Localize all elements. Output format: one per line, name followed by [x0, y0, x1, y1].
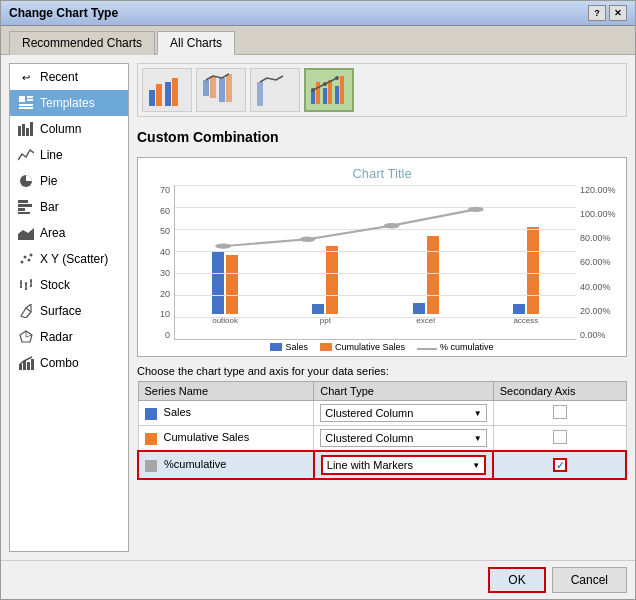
col-header-secondary-axis: Secondary Axis: [493, 382, 626, 401]
chart-type-dropdown-cumulative: Clustered Column ▼: [320, 429, 486, 447]
sidebar-item-pie[interactable]: Pie: [10, 168, 128, 194]
sidebar-item-column[interactable]: Column: [10, 116, 128, 142]
svg-rect-47: [340, 76, 344, 104]
cell-secondary-axis-sales: [493, 401, 626, 426]
sidebar-label-radar: Radar: [40, 330, 73, 344]
chart-area: 70 60 50 40 30 20 10 0: [146, 185, 618, 340]
series-table-section: Choose the chart type and axis for your …: [137, 365, 627, 552]
checkmark-pct: ✓: [556, 460, 564, 471]
sidebar-label-recent: Recent: [40, 70, 78, 84]
svg-rect-13: [18, 212, 30, 214]
chart-body: outlook ppt: [174, 185, 576, 340]
svg-rect-46: [335, 86, 339, 104]
tab-all-charts[interactable]: All Charts: [157, 31, 235, 55]
sidebar-item-templates[interactable]: Templates: [10, 90, 128, 116]
svg-rect-0: [19, 96, 25, 102]
svg-point-50: [335, 76, 339, 80]
chart-type-value-cumulative: Clustered Column: [325, 432, 413, 444]
chart-type-select-sales[interactable]: Clustered Column ▼: [320, 404, 486, 422]
pie-icon: [18, 173, 34, 189]
col-header-chart-type: Chart Type: [314, 382, 493, 401]
ok-button[interactable]: OK: [488, 567, 545, 593]
chart-type-label: Custom Combination: [137, 129, 627, 145]
sidebar-label-surface: Surface: [40, 304, 81, 318]
cell-series-name-cumulative: Cumulative Sales: [138, 426, 314, 452]
legend-sales: Sales: [270, 342, 308, 352]
sidebar-item-surface[interactable]: Surface: [10, 298, 128, 324]
svg-rect-33: [149, 90, 155, 106]
cell-series-name-sales: Sales: [138, 401, 314, 426]
sidebar-item-recent[interactable]: ↩ Recent: [10, 64, 128, 90]
sidebar-item-stock[interactable]: Stock: [10, 272, 128, 298]
sidebar-item-line[interactable]: Line: [10, 142, 128, 168]
legend-line-pct: [417, 348, 437, 350]
chart-preview: Chart Title 70 60 50 40 30 20 10 0: [137, 157, 627, 357]
cell-chart-type-pct: Line with Markers ▼: [314, 451, 493, 479]
secondary-axis-checkbox-pct[interactable]: ✓: [553, 458, 567, 472]
svg-rect-35: [165, 82, 171, 106]
help-button[interactable]: ?: [588, 5, 606, 21]
y-axis-right: 120.00% 100.00% 80.00% 60.00% 40.00% 20.…: [576, 185, 618, 340]
sidebar-label-pie: Pie: [40, 174, 57, 188]
dropdown-arrow-cumulative[interactable]: ▼: [474, 434, 482, 443]
legend-label-sales: Sales: [285, 342, 308, 352]
bar-outlook-cumulative: [226, 255, 238, 314]
svg-rect-31: [27, 362, 30, 370]
svg-rect-7: [26, 128, 29, 136]
svg-rect-42: [311, 90, 315, 104]
column-icon: [18, 121, 34, 137]
chart-icon-4[interactable]: [304, 68, 354, 112]
svg-rect-10: [18, 200, 28, 203]
svg-rect-8: [30, 122, 33, 136]
sidebar-item-combo[interactable]: Combo: [10, 350, 128, 376]
col-header-series-name: Series Name: [138, 382, 314, 401]
sidebar-item-area[interactable]: Area: [10, 220, 128, 246]
bar-excel-cumulative: [427, 236, 439, 314]
svg-point-49: [323, 82, 327, 86]
title-bar: Change Chart Type ? ✕: [1, 1, 635, 26]
series-name-sales: Sales: [164, 406, 192, 418]
sidebar-item-bar[interactable]: Bar: [10, 194, 128, 220]
svg-marker-14: [18, 228, 34, 240]
bottom-button-bar: OK Cancel: [1, 560, 635, 599]
cell-chart-type-cumulative: Clustered Column ▼: [314, 426, 493, 452]
chart-icon-2[interactable]: [196, 68, 246, 112]
radar-icon: [18, 329, 34, 345]
svg-point-18: [30, 254, 33, 257]
svg-rect-6: [22, 124, 25, 136]
cancel-button[interactable]: Cancel: [552, 567, 627, 593]
legend-color-sales: [270, 343, 282, 351]
sidebar-label-stock: Stock: [40, 278, 70, 292]
svg-rect-2: [27, 99, 33, 101]
dropdown-arrow-pct[interactable]: ▼: [472, 461, 480, 470]
secondary-axis-checkbox-sales[interactable]: [553, 405, 567, 419]
close-button[interactable]: ✕: [609, 5, 627, 21]
chart-type-value-pct: Line with Markers: [327, 459, 413, 471]
chart-icon-3[interactable]: [250, 68, 300, 112]
line-icon: [18, 147, 34, 163]
tab-recommended-charts[interactable]: Recommended Charts: [9, 31, 155, 55]
legend-color-cumulative: [320, 343, 332, 351]
table-row-cumulative-sales: Cumulative Sales Clustered Column ▼: [138, 426, 626, 452]
sidebar-label-bar: Bar: [40, 200, 59, 214]
svg-rect-37: [203, 80, 209, 96]
secondary-axis-checkbox-cumulative[interactable]: [553, 430, 567, 444]
series-color-pct: [145, 460, 157, 472]
sidebar: ↩ Recent Templates Column Line: [9, 63, 129, 552]
surface-icon: [18, 303, 34, 319]
chart-icon-1[interactable]: [142, 68, 192, 112]
sidebar-item-radar[interactable]: Radar: [10, 324, 128, 350]
cell-series-name-pct: %cumulative: [138, 451, 314, 479]
dropdown-arrow-sales[interactable]: ▼: [474, 409, 482, 418]
svg-rect-4: [19, 107, 33, 109]
sidebar-item-xy[interactable]: X Y (Scatter): [10, 246, 128, 272]
svg-rect-36: [172, 78, 178, 106]
svg-rect-12: [18, 208, 25, 211]
tab-bar: Recommended Charts All Charts: [1, 26, 635, 55]
chart-type-select-cumulative[interactable]: Clustered Column ▼: [320, 429, 486, 447]
title-bar-buttons: ? ✕: [588, 5, 627, 21]
chart-type-select-pct[interactable]: Line with Markers ▼: [321, 455, 486, 475]
xy-icon: [18, 251, 34, 267]
svg-rect-29: [19, 364, 22, 370]
bar-excel-sales: [413, 303, 425, 314]
